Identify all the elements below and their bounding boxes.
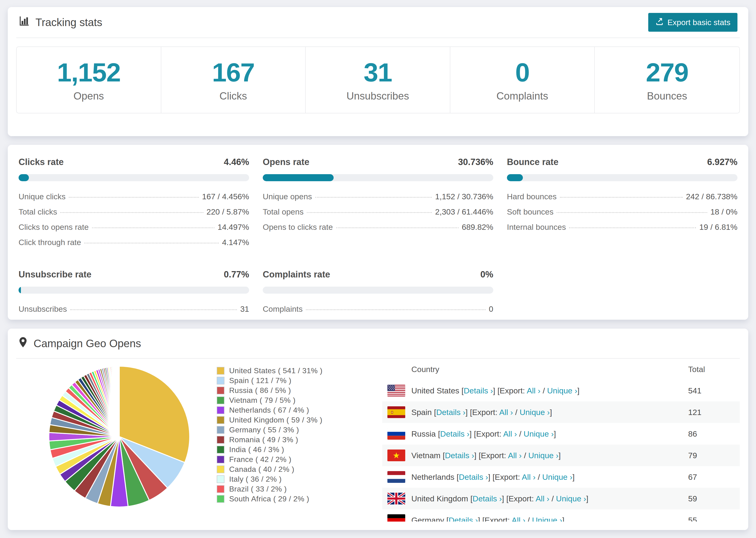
legend-label: Germany ( 55 / 3% )	[229, 426, 299, 434]
rate-detail-label: Total clicks	[19, 207, 57, 216]
export-all-link[interactable]: All ›	[512, 516, 525, 522]
rate-value: 0.77%	[224, 269, 249, 280]
export-prefix: Export:	[485, 516, 510, 522]
rate-detail-row: Unsubscribes 31	[19, 304, 249, 314]
rate-block-complaints-rate: Complaints rate 0% Complaints 0	[263, 269, 493, 320]
rates-card: Clicks rate 4.46% Unique clicks 167 / 4.…	[8, 145, 748, 320]
details-link[interactable]: Details ›	[464, 386, 493, 395]
dotted-leader	[569, 228, 696, 228]
export-unique-link[interactable]: Unique ›	[547, 386, 577, 395]
rate-block-unsubscribe-rate: Unsubscribe rate 0.77% Unsubscribes 31	[19, 269, 249, 320]
tracking-stats-title-wrap: Tracking stats	[19, 16, 102, 29]
country-cell: United Kingdom [Details ›] [Export: All …	[411, 494, 588, 503]
stat-label: Clicks	[161, 90, 305, 102]
page-title: Tracking stats	[35, 16, 102, 28]
gb-flag-icon	[387, 493, 405, 505]
rate-progress-fill	[507, 174, 523, 181]
dotted-leader	[315, 197, 432, 198]
ru-flag-icon	[387, 428, 405, 440]
legend-label: Vietnam ( 79 / 5% )	[229, 396, 296, 405]
geo-table-row-gb: United Kingdom [Details ›] [Export: All …	[382, 488, 740, 510]
rate-progress-track	[19, 174, 249, 181]
export-all-link[interactable]: All ›	[522, 472, 536, 481]
rate-value: 6.927%	[707, 157, 737, 167]
details-link[interactable]: Details ›	[436, 408, 465, 417]
legend-item-italy: Italy ( 36 / 2% )	[217, 474, 382, 484]
total-cell: 59	[681, 494, 740, 503]
legend-item-united-states: United States ( 541 / 31% )	[217, 366, 382, 376]
legend-swatch	[217, 397, 225, 404]
country-name: Netherlands	[411, 472, 454, 481]
export-all-link[interactable]: All ›	[508, 451, 522, 460]
export-all-link[interactable]: All ›	[536, 494, 549, 503]
export-prefix: Export:	[476, 429, 502, 438]
rate-detail-row: Total clicks 220 / 5.87%	[19, 207, 249, 216]
rate-detail-value: 14.497%	[218, 223, 249, 232]
dotted-leader	[306, 309, 486, 310]
legend-label: South Africa ( 29 / 2% )	[229, 495, 309, 503]
country-cell: Netherlands [Details ›] [Export: All › /…	[411, 472, 574, 482]
rate-detail-value: 4.147%	[222, 238, 249, 247]
geo-table-row-de: Germany [Details ›] [Export: All › / Uni…	[382, 510, 740, 521]
geo-table-header: Country Total	[382, 359, 740, 380]
details-link[interactable]: Details ›	[440, 429, 469, 438]
stat-label: Bounces	[595, 90, 739, 102]
stat-value: 279	[595, 59, 739, 86]
export-unique-link[interactable]: Unique ›	[528, 451, 559, 460]
country-name: United States	[411, 386, 459, 395]
legend-item-russia: Russia ( 86 / 5% )	[217, 385, 382, 395]
export-all-link[interactable]: All ›	[499, 408, 513, 417]
rate-detail-label: Complaints	[263, 304, 303, 314]
dotted-leader	[69, 197, 199, 198]
column-header-total: Total	[681, 365, 740, 374]
stat-label: Opens	[17, 90, 161, 102]
us-flag-icon	[387, 385, 405, 397]
bar-chart-icon	[19, 16, 29, 29]
rate-progress-track	[507, 174, 737, 181]
stat-cell-unsubscribes: 31 Unsubscribes	[306, 47, 450, 113]
rate-detail-label: Unsubscribes	[19, 304, 67, 314]
geo-opens-card: Campaign Geo Opens United States ( 541 /…	[8, 329, 748, 530]
total-cell: 67	[681, 472, 740, 482]
legend-swatch	[217, 475, 225, 483]
details-link[interactable]: Details ›	[459, 472, 488, 481]
export-unique-link[interactable]: Unique ›	[556, 494, 586, 503]
stat-value: 0	[450, 59, 594, 86]
stat-value: 167	[161, 59, 305, 86]
rate-value: 0%	[480, 269, 493, 280]
rate-detail-value: 0	[489, 304, 493, 314]
geo-table-row-vn: Vietnam [Details ›] [Export: All › / Uni…	[382, 445, 740, 466]
rate-detail-value: 1,152 / 30.736%	[435, 192, 493, 201]
stat-label: Complaints	[450, 90, 594, 102]
export-all-link[interactable]: All ›	[503, 429, 517, 438]
legend-swatch	[217, 416, 225, 424]
legend-swatch	[217, 436, 225, 444]
country-cell: Spain [Details ›] [Export: All › / Uniqu…	[411, 408, 552, 417]
export-unique-link[interactable]: Unique ›	[523, 429, 554, 438]
rate-block-clicks-rate: Clicks rate 4.46% Unique clicks 167 / 4.…	[19, 157, 249, 253]
export-basic-stats-button[interactable]: Export basic stats	[648, 13, 737, 32]
details-link[interactable]: Details ›	[445, 451, 474, 460]
legend-item-france: France ( 42 / 2% )	[217, 455, 382, 464]
export-prefix: Export:	[472, 408, 498, 417]
stat-label: Unsubscribes	[306, 90, 450, 102]
export-unique-link[interactable]: Unique ›	[532, 516, 562, 522]
export-all-link[interactable]: All ›	[527, 386, 540, 395]
export-unique-link[interactable]: Unique ›	[519, 408, 550, 417]
geo-title-wrap: Campaign Geo Opens	[19, 337, 141, 350]
details-link[interactable]: Details ›	[473, 494, 502, 503]
legend-label: Netherlands ( 67 / 4% )	[229, 406, 309, 414]
legend-item-brazil: Brazil ( 33 / 2% )	[217, 484, 382, 494]
legend-swatch	[217, 406, 225, 414]
legend-swatch	[217, 426, 225, 434]
vn-flag-icon	[387, 450, 405, 461]
rate-detail-label: Internal bounces	[507, 223, 566, 232]
rate-detail-label: Total opens	[263, 207, 303, 216]
stat-value: 31	[306, 59, 450, 86]
details-link[interactable]: Details ›	[449, 516, 478, 522]
export-unique-link[interactable]: Unique ›	[542, 472, 573, 481]
summary-stats-box: 1,152 Opens167 Clicks31 Unsubscribes0 Co…	[16, 46, 740, 113]
rate-detail-value: 220 / 5.87%	[207, 207, 249, 216]
country-name: United Kingdom	[411, 494, 468, 503]
country-cell: Russia [Details ›] [Export: All › / Uniq…	[411, 429, 556, 439]
